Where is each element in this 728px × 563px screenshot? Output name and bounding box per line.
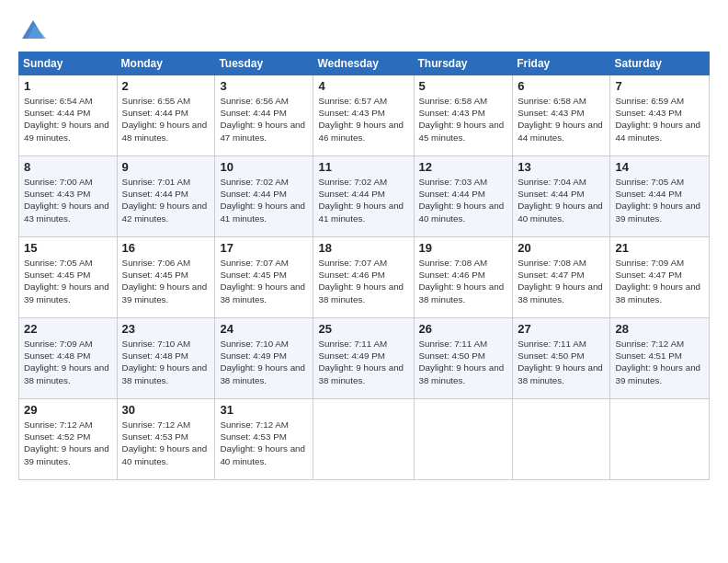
calendar-cell: 25Sunrise: 7:11 AMSunset: 4:49 PMDayligh… (313, 318, 414, 399)
day-number: 8 (24, 160, 112, 174)
logo (18, 17, 51, 42)
col-header-thursday: Thursday (414, 52, 513, 75)
calendar-cell: 14Sunrise: 7:05 AMSunset: 4:44 PMDayligh… (610, 156, 710, 237)
calendar-cell (313, 399, 414, 480)
day-info: Sunrise: 7:08 AMSunset: 4:46 PMDaylight:… (419, 257, 508, 305)
day-number: 6 (518, 79, 605, 93)
calendar-cell: 11Sunrise: 7:02 AMSunset: 4:44 PMDayligh… (313, 156, 414, 237)
day-number: 7 (615, 79, 704, 93)
calendar-cell: 8Sunrise: 7:00 AMSunset: 4:43 PMDaylight… (19, 156, 118, 237)
day-info: Sunrise: 7:02 AMSunset: 4:44 PMDaylight:… (318, 176, 408, 224)
calendar-cell: 10Sunrise: 7:02 AMSunset: 4:44 PMDayligh… (215, 156, 313, 237)
day-info: Sunrise: 7:06 AMSunset: 4:45 PMDaylight:… (122, 257, 210, 305)
day-info: Sunrise: 6:58 AMSunset: 4:43 PMDaylight:… (419, 95, 508, 144)
day-info: Sunrise: 7:05 AMSunset: 4:45 PMDaylight:… (24, 257, 112, 305)
col-header-saturday: Saturday (610, 52, 710, 75)
calendar-cell: 12Sunrise: 7:03 AMSunset: 4:44 PMDayligh… (414, 156, 513, 237)
day-number: 1 (24, 79, 112, 93)
day-number: 29 (24, 403, 112, 417)
calendar-week-row: 15Sunrise: 7:05 AMSunset: 4:45 PMDayligh… (19, 237, 710, 318)
day-info: Sunrise: 7:11 AMSunset: 4:50 PMDaylight:… (518, 338, 605, 386)
day-number: 17 (220, 241, 308, 255)
day-info: Sunrise: 7:08 AMSunset: 4:47 PMDaylight:… (518, 257, 605, 305)
day-info: Sunrise: 7:10 AMSunset: 4:49 PMDaylight:… (220, 338, 308, 386)
calendar-cell: 27Sunrise: 7:11 AMSunset: 4:50 PMDayligh… (513, 318, 610, 399)
day-info: Sunrise: 7:09 AMSunset: 4:48 PMDaylight:… (24, 338, 112, 386)
calendar-cell: 2Sunrise: 6:55 AMSunset: 4:44 PMDaylight… (117, 75, 215, 156)
calendar-cell: 17Sunrise: 7:07 AMSunset: 4:45 PMDayligh… (215, 237, 313, 318)
day-number: 24 (220, 322, 308, 336)
calendar-cell: 24Sunrise: 7:10 AMSunset: 4:49 PMDayligh… (215, 318, 313, 399)
calendar-cell (610, 399, 710, 480)
calendar-cell: 23Sunrise: 7:10 AMSunset: 4:48 PMDayligh… (117, 318, 215, 399)
day-number: 26 (419, 322, 508, 336)
day-number: 11 (318, 160, 408, 174)
col-header-friday: Friday (513, 52, 610, 75)
day-info: Sunrise: 7:07 AMSunset: 4:45 PMDaylight:… (220, 257, 308, 305)
day-number: 18 (318, 241, 408, 255)
calendar-week-row: 1Sunrise: 6:54 AMSunset: 4:44 PMDaylight… (19, 75, 710, 156)
calendar-cell: 4Sunrise: 6:57 AMSunset: 4:43 PMDaylight… (313, 75, 414, 156)
calendar-cell: 20Sunrise: 7:08 AMSunset: 4:47 PMDayligh… (513, 237, 610, 318)
calendar-cell: 21Sunrise: 7:09 AMSunset: 4:47 PMDayligh… (610, 237, 710, 318)
calendar-cell: 5Sunrise: 6:58 AMSunset: 4:43 PMDaylight… (414, 75, 513, 156)
day-info: Sunrise: 6:59 AMSunset: 4:43 PMDaylight:… (615, 95, 704, 144)
day-number: 25 (318, 322, 408, 336)
header (18, 17, 710, 42)
day-number: 23 (122, 322, 210, 336)
day-info: Sunrise: 6:54 AMSunset: 4:44 PMDaylight:… (24, 95, 112, 144)
day-number: 9 (122, 160, 210, 174)
day-number: 31 (220, 403, 308, 417)
day-info: Sunrise: 6:56 AMSunset: 4:44 PMDaylight:… (220, 95, 308, 144)
day-number: 3 (220, 79, 308, 93)
calendar-cell: 30Sunrise: 7:12 AMSunset: 4:53 PMDayligh… (117, 399, 215, 480)
day-number: 10 (220, 160, 308, 174)
day-info: Sunrise: 7:11 AMSunset: 4:50 PMDaylight:… (419, 338, 508, 386)
calendar-cell: 15Sunrise: 7:05 AMSunset: 4:45 PMDayligh… (19, 237, 118, 318)
day-number: 30 (122, 403, 210, 417)
calendar-cell: 9Sunrise: 7:01 AMSunset: 4:44 PMDaylight… (117, 156, 215, 237)
calendar-cell: 26Sunrise: 7:11 AMSunset: 4:50 PMDayligh… (414, 318, 513, 399)
calendar-cell: 28Sunrise: 7:12 AMSunset: 4:51 PMDayligh… (610, 318, 710, 399)
calendar-table: SundayMondayTuesdayWednesdayThursdayFrid… (18, 52, 710, 480)
day-info: Sunrise: 7:12 AMSunset: 4:53 PMDaylight:… (122, 419, 210, 467)
day-info: Sunrise: 7:04 AMSunset: 4:44 PMDaylight:… (518, 176, 605, 224)
day-number: 16 (122, 241, 210, 255)
day-number: 28 (615, 322, 704, 336)
calendar-cell (414, 399, 513, 480)
col-header-monday: Monday (117, 52, 215, 75)
day-number: 5 (419, 79, 508, 93)
calendar-cell: 16Sunrise: 7:06 AMSunset: 4:45 PMDayligh… (117, 237, 215, 318)
calendar-cell (513, 399, 610, 480)
day-number: 13 (518, 160, 605, 174)
day-number: 20 (518, 241, 605, 255)
day-info: Sunrise: 7:12 AMSunset: 4:51 PMDaylight:… (615, 338, 704, 386)
calendar-cell: 6Sunrise: 6:58 AMSunset: 4:43 PMDaylight… (513, 75, 610, 156)
day-info: Sunrise: 7:02 AMSunset: 4:44 PMDaylight:… (220, 176, 308, 224)
day-number: 27 (518, 322, 605, 336)
logo-icon (18, 17, 48, 42)
calendar-week-row: 8Sunrise: 7:00 AMSunset: 4:43 PMDaylight… (19, 156, 710, 237)
col-header-wednesday: Wednesday (313, 52, 414, 75)
calendar-cell: 29Sunrise: 7:12 AMSunset: 4:52 PMDayligh… (19, 399, 118, 480)
day-info: Sunrise: 6:57 AMSunset: 4:43 PMDaylight:… (318, 95, 408, 144)
day-info: Sunrise: 7:03 AMSunset: 4:44 PMDaylight:… (419, 176, 508, 224)
day-info: Sunrise: 7:09 AMSunset: 4:47 PMDaylight:… (615, 257, 704, 305)
col-header-tuesday: Tuesday (215, 52, 313, 75)
day-info: Sunrise: 7:01 AMSunset: 4:44 PMDaylight:… (122, 176, 210, 224)
calendar-cell: 7Sunrise: 6:59 AMSunset: 4:43 PMDaylight… (610, 75, 710, 156)
day-info: Sunrise: 7:12 AMSunset: 4:53 PMDaylight:… (220, 419, 308, 467)
day-number: 14 (615, 160, 704, 174)
day-info: Sunrise: 6:55 AMSunset: 4:44 PMDaylight:… (122, 95, 210, 144)
calendar-week-row: 29Sunrise: 7:12 AMSunset: 4:52 PMDayligh… (19, 399, 710, 480)
calendar-header-row: SundayMondayTuesdayWednesdayThursdayFrid… (19, 52, 710, 75)
calendar-week-row: 22Sunrise: 7:09 AMSunset: 4:48 PMDayligh… (19, 318, 710, 399)
calendar-cell: 13Sunrise: 7:04 AMSunset: 4:44 PMDayligh… (513, 156, 610, 237)
day-info: Sunrise: 7:12 AMSunset: 4:52 PMDaylight:… (24, 419, 112, 467)
day-info: Sunrise: 6:58 AMSunset: 4:43 PMDaylight:… (518, 95, 605, 144)
day-info: Sunrise: 7:11 AMSunset: 4:49 PMDaylight:… (318, 338, 408, 386)
calendar-cell: 19Sunrise: 7:08 AMSunset: 4:46 PMDayligh… (414, 237, 513, 318)
calendar-cell: 18Sunrise: 7:07 AMSunset: 4:46 PMDayligh… (313, 237, 414, 318)
day-info: Sunrise: 7:07 AMSunset: 4:46 PMDaylight:… (318, 257, 408, 305)
day-info: Sunrise: 7:10 AMSunset: 4:48 PMDaylight:… (122, 338, 210, 386)
